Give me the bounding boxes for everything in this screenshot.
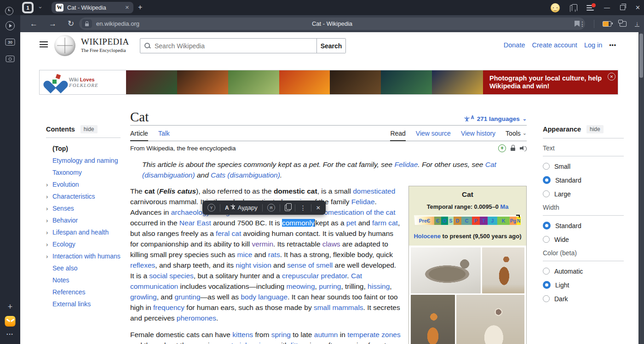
toc-item[interactable]: Notes — [46, 274, 121, 286]
appearance-option-dark[interactable]: Dark — [543, 295, 624, 303]
appearance-option-automatic[interactable]: Automatic — [543, 267, 624, 275]
timescale-segment-N[interactable]: N — [517, 217, 521, 225]
new-tab-button[interactable]: + — [138, 4, 142, 11]
wiki-link[interactable]: crepuscular predator — [282, 272, 347, 280]
timescale-segment-K[interactable]: K — [497, 217, 510, 225]
wikipedia-globe-logo[interactable] — [54, 35, 75, 56]
active-tab[interactable]: W Cat - Wikipedia ✕ — [52, 2, 133, 13]
wiki-link[interactable]: mice — [237, 251, 253, 258]
wiki-link[interactable]: autumn — [314, 331, 338, 338]
radio-button[interactable] — [543, 176, 551, 184]
wiki-link[interactable]: purring — [319, 282, 341, 290]
toc-item[interactable]: ›Characteristics — [46, 190, 121, 202]
tab-view-source[interactable]: View source — [416, 126, 451, 141]
wiki-link[interactable]: social species — [149, 272, 194, 280]
timescale-segment-Є[interactable]: Є — [434, 217, 441, 225]
toc-expand-icon[interactable]: › — [46, 229, 52, 236]
main-menu-icon[interactable] — [40, 41, 48, 47]
appearance-option-standard[interactable]: Standard — [543, 176, 624, 184]
header-more-icon[interactable]: ••• — [609, 42, 616, 48]
wiki-link[interactable]: litter — [291, 341, 304, 344]
wiki-link[interactable]: hissing — [368, 282, 390, 290]
radio-button[interactable] — [543, 190, 550, 197]
toc-expand-icon[interactable]: › — [46, 253, 52, 260]
toc-item[interactable]: External links — [46, 298, 121, 310]
page-scrollbar[interactable] — [638, 32, 644, 344]
timescale-segment-T[interactable]: T — [480, 217, 488, 225]
translate-button[interactable]: А Аудару — [225, 204, 258, 211]
wiki-link[interactable]: Felidae — [394, 161, 418, 168]
wiki-link[interactable]: grunting — [175, 293, 201, 301]
search-input[interactable] — [154, 39, 316, 53]
tab-group-button[interactable]: 1 — [22, 2, 34, 13]
wiki-link[interactable]: claws — [322, 240, 340, 248]
wiki-link[interactable]: sense of smell — [287, 261, 333, 269]
video-play-icon[interactable] — [6, 21, 15, 30]
wiki-link[interactable]: frequency — [153, 304, 184, 311]
timescale-segment-J[interactable]: J — [488, 217, 497, 225]
tab-talk[interactable]: Talk — [158, 126, 170, 141]
wiki-link[interactable]: kittens — [232, 331, 253, 338]
toc-item[interactable]: References — [46, 286, 121, 298]
ma-link[interactable]: Ma — [500, 203, 509, 210]
wiki-link[interactable]: equatorial regions — [215, 341, 272, 344]
wiki-link[interactable]: vermin — [252, 240, 274, 248]
toc-item[interactable]: ›Behavior — [46, 214, 121, 226]
wiki-link[interactable]: small mammals — [314, 304, 363, 311]
holocene-link[interactable]: Holocene — [414, 233, 441, 240]
wiki-link[interactable]: farm cat — [372, 219, 398, 227]
battery-extension-icon[interactable] — [603, 21, 611, 27]
toc-item[interactable]: Etymology and naming — [46, 155, 121, 166]
bookmarks-library-icon[interactable] — [570, 4, 576, 11]
profile-avatar[interactable] — [551, 3, 560, 12]
wiki-link[interactable]: domestication of the cat — [320, 208, 396, 216]
address-bar[interactable]: en.wikipedia.org Cat - Wikipedia — [79, 17, 585, 30]
toolbar-kebab-icon[interactable]: ⋮ — [579, 20, 586, 28]
donate-link[interactable]: Donate — [504, 41, 525, 49]
history-icon[interactable] — [5, 7, 13, 15]
wiki-link[interactable]: body language — [241, 293, 288, 301]
copy-icon[interactable] — [285, 205, 290, 211]
yandex-search-icon[interactable]: Я — [267, 204, 275, 212]
toc-item[interactable]: (Top) — [46, 143, 121, 155]
browser-menu-icon[interactable] — [586, 5, 594, 11]
appearance-option-large[interactable]: Large — [543, 190, 624, 198]
yandex-logo-icon[interactable]: Y — [207, 204, 215, 212]
create-account-link[interactable]: Create account — [532, 41, 577, 49]
log-in-link[interactable]: Log in — [584, 41, 603, 49]
wikipedia-wordmark[interactable]: WIKIPEDIA The Free Encyclopedia — [81, 37, 129, 53]
tab-group-chevron-icon[interactable]: ⌄ — [38, 3, 43, 10]
tab-preview-icon[interactable] — [620, 21, 627, 27]
timescale-segment-PreЄ[interactable]: PreЄ — [415, 217, 434, 225]
wiki-link[interactable]: Felidae — [351, 198, 375, 206]
wiki-link[interactable]: rats — [268, 251, 280, 258]
radio-button[interactable] — [543, 295, 550, 302]
tab-close-icon[interactable]: ✕ — [125, 5, 129, 11]
banner-close-icon[interactable]: ✕ — [608, 73, 615, 80]
radio-button[interactable] — [543, 281, 551, 289]
toc-item[interactable]: ›Evolution — [46, 178, 121, 190]
restore-window-button[interactable] — [620, 5, 625, 10]
wiki-link[interactable]: night vision — [236, 261, 271, 269]
wiki-link[interactable]: temperate zones — [347, 331, 400, 338]
radio-button[interactable] — [543, 163, 550, 170]
toc-item[interactable]: ›Ecology — [46, 238, 121, 250]
appearance-option-light[interactable]: Light — [543, 281, 624, 289]
toc-item[interactable]: ›Lifespan and health — [46, 226, 121, 238]
popup-close-icon[interactable]: ✕ — [316, 205, 321, 211]
close-window-button[interactable]: ✕ — [635, 4, 640, 11]
timescale-segment-C[interactable]: C — [461, 217, 472, 225]
mail-icon[interactable] — [5, 316, 16, 327]
wiki-link[interactable]: spring — [271, 331, 291, 338]
toc-item[interactable]: See also — [46, 262, 121, 274]
wiki-link[interactable]: domesticated — [353, 187, 395, 195]
minimize-button[interactable]: — — [604, 4, 610, 11]
appearance-option-small[interactable]: Small — [543, 162, 624, 170]
scrollbar-thumb[interactable] — [639, 34, 643, 78]
toc-expand-icon[interactable]: › — [46, 181, 52, 188]
listen-audio-icon[interactable] — [520, 145, 527, 151]
languages-button[interactable]: A 271 languages ⌄ — [464, 115, 527, 122]
toc-hide-button[interactable]: hide — [80, 125, 98, 133]
reload-button[interactable]: ↻ — [68, 19, 74, 29]
back-button[interactable]: ← — [30, 19, 38, 29]
